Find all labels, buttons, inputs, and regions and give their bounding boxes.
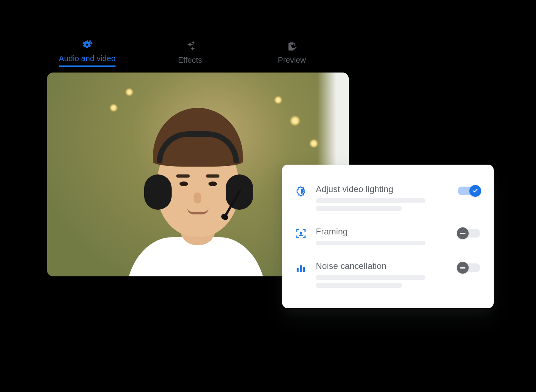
- setting-title: Framing: [316, 227, 449, 237]
- tabs-bar: Audio and video Effects Preview: [47, 39, 478, 73]
- toggle-noise-cancellation[interactable]: [458, 263, 480, 272]
- svg-point-0: [300, 232, 302, 234]
- audio-video-settings-panel: Adjust video lighting Framing: [282, 165, 494, 308]
- tab-label: Effects: [178, 56, 202, 67]
- tab-effects[interactable]: Effects: [163, 41, 217, 67]
- gear-sparkle-icon: [81, 39, 92, 50]
- brightness-icon: [295, 186, 307, 198]
- setting-noise-cancellation: Noise cancellation: [295, 255, 480, 297]
- setting-description-placeholder: [316, 241, 426, 245]
- frame-person-icon: [295, 228, 307, 241]
- setting-title: Adjust video lighting: [316, 184, 449, 194]
- setting-description-placeholder: [316, 283, 402, 288]
- equalizer-icon: [295, 263, 307, 275]
- setting-title: Noise cancellation: [316, 261, 449, 271]
- tab-label: Audio and video: [59, 54, 116, 67]
- tab-preview[interactable]: Preview: [264, 41, 319, 67]
- toggle-adjust-lighting[interactable]: [458, 187, 480, 195]
- toggle-framing[interactable]: [458, 229, 480, 238]
- tab-audio-and-video[interactable]: Audio and video: [59, 39, 116, 67]
- svg-rect-1: [297, 268, 299, 272]
- svg-rect-3: [303, 267, 305, 272]
- sparkles-icon: [185, 41, 196, 52]
- setting-description-placeholder: [316, 275, 426, 280]
- tab-label: Preview: [278, 56, 306, 67]
- setting-adjust-lighting: Adjust video lighting: [295, 178, 480, 220]
- participant-avatar: [110, 112, 282, 276]
- svg-rect-2: [300, 265, 302, 272]
- settings-stage: Audio and video Effects Preview: [47, 39, 478, 276]
- setting-description-placeholder: [316, 198, 426, 203]
- setting-description-placeholder: [316, 206, 402, 211]
- setting-framing: Framing: [295, 220, 480, 255]
- clipboard-check-icon: [286, 41, 297, 52]
